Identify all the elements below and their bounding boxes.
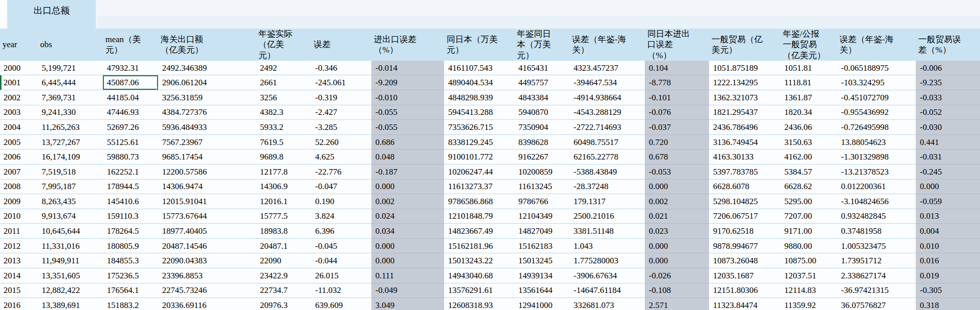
cell-error_general[interactable]: -103.324295 <box>837 75 916 90</box>
cell-general_trade[interactable]: 5397.783785 <box>709 164 780 179</box>
cell-general_err_pct[interactable]: -9.235 <box>916 75 980 90</box>
cell-with_japan[interactable]: 4848298.939 <box>444 90 514 105</box>
cell-yearbook_actual[interactable]: 4382.3 <box>256 105 311 120</box>
cell-with_japan[interactable]: 11613273.37 <box>444 179 514 194</box>
cell-mean[interactable]: 55125.61 <box>103 134 158 149</box>
column-header-year[interactable]: year <box>0 29 38 61</box>
cell-customs_export[interactable]: 4384.727376 <box>158 105 256 120</box>
cell-japan_err_pct[interactable]: -0.108 <box>645 283 709 298</box>
cell-general_trade[interactable]: 7206.067517 <box>709 209 780 224</box>
cell-error[interactable]: -2.427 <box>311 105 371 120</box>
cell-mean[interactable]: 175236.5 <box>103 268 158 283</box>
cell-error_general[interactable]: 1.005323475 <box>837 238 916 253</box>
cell-year[interactable]: 2003 <box>0 105 38 120</box>
cell-error_japan[interactable]: 332681.073 <box>570 298 645 310</box>
cell-yearbook_actual[interactable]: 14306.9 <box>256 179 311 194</box>
cell-yearbook_actual[interactable]: 2661 <box>256 75 311 90</box>
cell-import_export_err_pct[interactable]: 0.111 <box>371 268 444 283</box>
cell-mean[interactable]: 180805.9 <box>103 238 158 253</box>
cell-import_export_err_pct[interactable]: -0.014 <box>371 61 444 75</box>
cell-general_err_pct[interactable]: -0.245 <box>916 164 980 179</box>
cell-error[interactable]: 3.824 <box>311 209 371 224</box>
cell-general_err_pct[interactable]: 0.010 <box>916 238 980 253</box>
cell-error_general[interactable]: 1.73951712 <box>837 253 916 268</box>
cell-obs[interactable]: 9,913,674 <box>38 209 103 224</box>
cell-error_japan[interactable]: -4914.938664 <box>570 90 645 105</box>
cell-error_general[interactable]: -13.21378523 <box>837 164 916 179</box>
cell-with_japan[interactable]: 5945413.288 <box>444 105 514 120</box>
cell-yearbook_general[interactable]: 1820.34 <box>780 105 837 120</box>
cell-general_trade[interactable]: 1051.875189 <box>709 61 780 75</box>
cell-with_japan[interactable]: 14943040.68 <box>444 268 514 283</box>
cell-yearbook_general[interactable]: 1051.81 <box>780 61 837 75</box>
cell-import_export_err_pct[interactable]: 3.049 <box>371 298 444 310</box>
cell-import_export_err_pct[interactable]: -0.055 <box>371 105 444 120</box>
cell-import_export_err_pct[interactable]: -0.010 <box>371 90 444 105</box>
cell-error[interactable]: -0.044 <box>311 253 371 268</box>
cell-yearbook_general[interactable]: 10875.00 <box>780 253 837 268</box>
cell-yearbook_with_japan[interactable]: 12941000 <box>514 298 570 310</box>
column-header-import_export_err_pct[interactable]: 进出口误差 （%） <box>371 29 444 61</box>
cell-customs_export[interactable]: 15773.67644 <box>158 209 256 224</box>
cell-customs_export[interactable]: 23396.8853 <box>158 268 256 283</box>
cell-yearbook_with_japan[interactable]: 15162183 <box>514 238 570 253</box>
cell-japan_err_pct[interactable]: -8.778 <box>645 75 709 90</box>
cell-obs[interactable]: 8,263,435 <box>38 194 103 209</box>
cell-japan_err_pct[interactable]: 0.021 <box>645 209 709 224</box>
cell-error_japan[interactable]: 4323.457237 <box>570 61 645 75</box>
cell-customs_export[interactable]: 14306.9474 <box>158 179 256 194</box>
cell-error_japan[interactable]: -5388.43849 <box>570 164 645 179</box>
cell-import_export_err_pct[interactable]: -0.187 <box>371 164 444 179</box>
cell-yearbook_with_japan[interactable]: 4495757 <box>514 75 570 90</box>
cell-with_japan[interactable]: 9100101.772 <box>444 149 514 165</box>
cell-japan_err_pct[interactable]: -0.076 <box>645 105 709 120</box>
cell-japan_err_pct[interactable]: 0.000 <box>645 253 709 268</box>
cell-yearbook_with_japan[interactable]: 7350904 <box>514 120 570 135</box>
cell-obs[interactable]: 12,882,422 <box>38 283 103 298</box>
cell-yearbook_general[interactable]: 3150.63 <box>780 134 837 149</box>
column-header-error_japan[interactable]: 误差（年鉴-海 关） <box>570 29 645 61</box>
cell-general_trade[interactable]: 12035.1687 <box>709 268 780 283</box>
cell-with_japan[interactable]: 8338129.245 <box>444 134 514 149</box>
cell-yearbook_general[interactable]: 6628.62 <box>780 179 837 194</box>
cell-year[interactable]: 2016 <box>0 298 38 310</box>
column-header-error_general[interactable]: 误差（年鉴-海 关） <box>837 29 916 61</box>
cell-japan_err_pct[interactable]: 0.023 <box>645 224 709 239</box>
cell-general_trade[interactable]: 4163.30133 <box>709 149 780 165</box>
cell-yearbook_general[interactable]: 1361.87 <box>780 90 837 105</box>
cell-error[interactable]: -11.032 <box>311 283 371 298</box>
cell-obs[interactable]: 10,645,644 <box>38 224 103 239</box>
column-header-obs[interactable]: obs <box>38 29 103 61</box>
cell-general_trade[interactable]: 9170.62518 <box>709 224 780 239</box>
cell-yearbook_with_japan[interactable]: 15013245 <box>514 253 570 268</box>
cell-error_general[interactable]: -3.104824656 <box>837 194 916 209</box>
cell-error_general[interactable]: -0.065188975 <box>837 61 916 75</box>
column-header-mean[interactable]: mean（美元） <box>103 29 158 61</box>
cell-error[interactable]: 52.260 <box>311 134 371 149</box>
cell-general_err_pct[interactable]: -0.059 <box>916 194 980 209</box>
cell-yearbook_actual[interactable]: 7619.5 <box>256 134 311 149</box>
cell-import_export_err_pct[interactable]: -0.055 <box>371 120 444 135</box>
cell-year[interactable]: 2010 <box>0 209 38 224</box>
cell-mean[interactable]: 44185.04 <box>103 90 158 105</box>
cell-yearbook_actual[interactable]: 22734.7 <box>256 283 311 298</box>
cell-error_general[interactable]: 2.338627174 <box>837 268 916 283</box>
cell-mean[interactable]: 145410.6 <box>103 194 158 209</box>
cell-obs[interactable]: 11,949,911 <box>38 253 103 268</box>
cell-error[interactable]: -0.346 <box>311 61 371 75</box>
cell-error_japan[interactable]: -3906.67634 <box>570 268 645 283</box>
cell-year[interactable]: 2006 <box>0 149 38 165</box>
cell-error_japan[interactable]: 3381.51148 <box>570 224 645 239</box>
cell-yearbook_actual[interactable]: 2492 <box>256 61 311 75</box>
cell-with_japan[interactable]: 15013243.22 <box>444 253 514 268</box>
cell-mean[interactable]: 47446.93 <box>103 105 158 120</box>
cell-general_trade[interactable]: 1362.321073 <box>709 90 780 105</box>
cell-general_err_pct[interactable]: -0.006 <box>916 61 980 75</box>
cell-yearbook_actual[interactable]: 20976.3 <box>256 298 311 310</box>
cell-yearbook_general[interactable]: 9171.00 <box>780 224 837 239</box>
column-header-general_trade[interactable]: 一般贸易（亿 美元） <box>709 29 780 61</box>
cell-year[interactable]: 2008 <box>0 179 38 194</box>
cell-general_err_pct[interactable]: 0.004 <box>916 224 980 239</box>
cell-general_err_pct[interactable]: -0.030 <box>916 120 980 135</box>
cell-error_japan[interactable]: 62165.22778 <box>570 149 645 165</box>
